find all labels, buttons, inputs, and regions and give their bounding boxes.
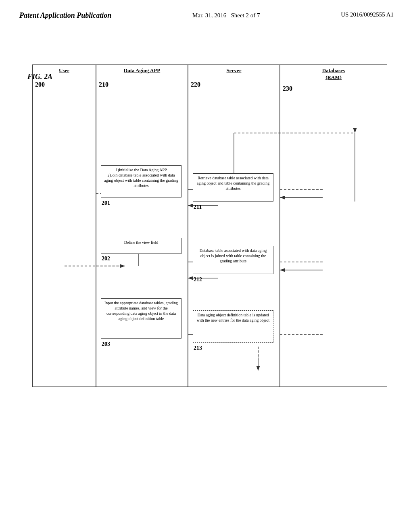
box-211-text: Retrieve database table associated with … (197, 176, 270, 191)
swimlane-db: Databases(RAM) 230 (280, 64, 387, 387)
swimlane-db-header: Databases(RAM) (280, 65, 387, 83)
swimlane-server-header: Server (188, 65, 280, 76)
diagram-area: User 200 Data Aging APP 210 Server 220 D… (32, 64, 387, 427)
swimlane-app-header: Data Aging APP (96, 65, 188, 76)
box-number-211: 211 (194, 204, 202, 210)
publication-title: Patent Application Publication (19, 11, 111, 20)
swimlane-app-number: 210 (99, 81, 108, 88)
process-box-211: Retrieve database table associated with … (193, 173, 273, 202)
box-203-text: Input the appropriate database tables, g… (104, 301, 178, 321)
box-202-text: Define the view field (124, 240, 159, 245)
process-box-213: Data aging object definition table is up… (193, 310, 273, 343)
swimlane-user-number: 200 (35, 81, 45, 88)
publication-number: US 2016/0092555 A1 (341, 11, 394, 18)
swimlane-user: User 200 (32, 64, 96, 387)
box-number-212: 212 (194, 276, 202, 283)
box-number-202: 202 (102, 256, 110, 262)
process-box-201: 1)Initialize the Data Aging APP2)Join da… (101, 165, 181, 197)
process-box-202: Define the view field (101, 238, 181, 254)
swimlane-server-number: 220 (191, 81, 200, 88)
box-213-text: Data aging object definition table is up… (197, 313, 270, 322)
process-box-203: Input the appropriate database tables, g… (101, 298, 181, 339)
box-201-text: 1)Initialize the Data Aging APP2)Join da… (104, 168, 178, 188)
swimlane-user-header: User (33, 65, 96, 76)
publication-date-sheet: Mar. 31, 2016 Sheet 2 of 7 (192, 11, 260, 20)
swimlane-app: Data Aging APP 210 (96, 64, 188, 387)
box-212-text: Database table associated with data agin… (200, 248, 267, 263)
box-number-201: 201 (102, 200, 110, 206)
box-number-203: 203 (102, 341, 110, 347)
box-number-213: 213 (194, 345, 202, 351)
process-box-212: Database table associated with data agin… (193, 246, 273, 274)
page-header: Patent Application Publication Mar. 31, … (0, 0, 413, 24)
swimlane-db-number: 230 (283, 85, 292, 92)
